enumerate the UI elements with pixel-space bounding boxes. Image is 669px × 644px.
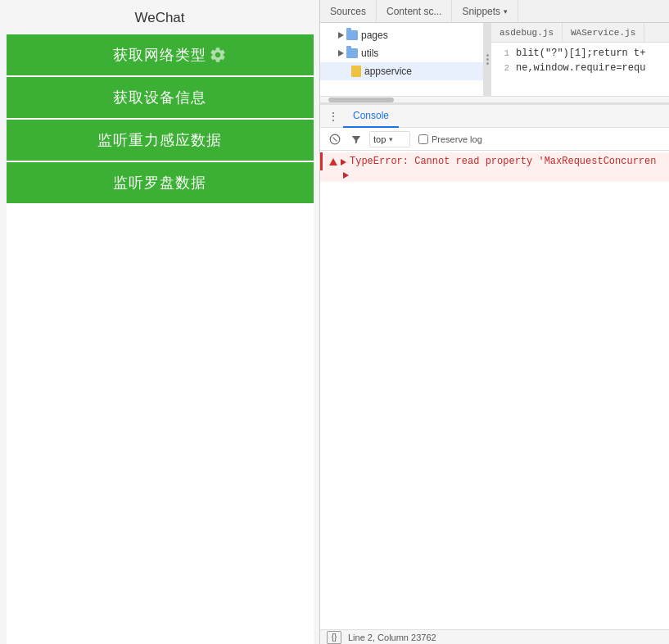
console-messages: TypeError: Cannot read property 'MaxRequ…: [320, 151, 669, 629]
tab-sources[interactable]: Sources: [320, 0, 377, 22]
svg-marker-2: [352, 135, 361, 143]
tab-content-scripts[interactable]: Content sc...: [377, 0, 452, 22]
console-error-message: TypeError: Cannot read property 'MaxRequ…: [320, 152, 669, 170]
horizontal-scrollbar[interactable]: [320, 97, 669, 103]
console-toolbar: top ▾ Preserve log: [320, 128, 669, 151]
context-selector[interactable]: top ▾: [369, 131, 410, 147]
console-tabs-bar: ⋮ Console: [320, 105, 669, 128]
continuation-arrow-icon: [343, 172, 349, 179]
file-icon-appservice: [351, 66, 361, 77]
console-continuation: [320, 170, 669, 182]
devtools-panel: Sources Content sc... Snippets ▾ pages: [319, 0, 669, 644]
folder-icon-pages: [346, 30, 358, 40]
context-chevron-icon: ▾: [389, 135, 393, 143]
file-tree-item-pages[interactable]: pages: [320, 26, 483, 44]
listen-gravity-button[interactable]: 监听重力感应数据: [7, 120, 314, 161]
code-line-2: 2 ne,window.require=requ: [491, 61, 669, 75]
error-text: TypeError: Cannot read property 'MaxRequ…: [350, 156, 662, 167]
file-tree: pages utils appservice: [320, 23, 484, 96]
code-tab-asdebug[interactable]: asdebug.js: [491, 23, 563, 42]
console-more-button[interactable]: ⋮: [323, 107, 343, 126]
file-tree-area: pages utils appservice: [320, 23, 669, 97]
preserve-log-label: Preserve log: [432, 134, 482, 144]
console-area: ⋮ Console top ▾: [320, 103, 669, 644]
code-line-1: 1 blit("?")[1];return t+: [491, 46, 669, 61]
code-file-tabs: asdebug.js WAService.js: [491, 23, 669, 43]
folder-icon-utils: [346, 48, 358, 58]
folder-triangle-pages: [338, 32, 344, 39]
status-bar: {} Line 2, Column 23762: [320, 629, 669, 644]
clear-console-button[interactable]: [327, 131, 343, 147]
snippets-chevron-icon: ▾: [504, 7, 508, 16]
filter-icon: [350, 134, 362, 145]
file-tree-resizer[interactable]: [484, 23, 490, 96]
pretty-print-button[interactable]: {}: [327, 631, 341, 644]
folder-triangle-utils: [338, 50, 344, 57]
wechat-content: 获取网络类型 获取设备信息 监听重力感应数据 监听罗盘数据: [7, 34, 314, 203]
svg-line-1: [333, 137, 337, 141]
preserve-log-checkbox[interactable]: [418, 134, 428, 144]
code-tab-waservice[interactable]: WAService.js: [563, 23, 644, 42]
wechat-body: [7, 203, 314, 644]
file-tree-item-appservice[interactable]: appservice: [320, 62, 483, 80]
sources-tabs-bar: Sources Content sc... Snippets ▾: [320, 0, 669, 23]
console-tab[interactable]: Console: [343, 105, 399, 128]
error-expand-icon[interactable]: [341, 159, 346, 166]
wechat-title: WeChat: [0, 0, 319, 34]
preserve-log-area: Preserve log: [418, 134, 482, 144]
file-tree-item-utils[interactable]: utils: [320, 44, 483, 62]
code-panel: asdebug.js WAService.js 1 blit("?")[1];r…: [490, 23, 669, 96]
get-device-info-button[interactable]: 获取设备信息: [7, 77, 314, 118]
scrollbar-thumb[interactable]: [328, 98, 394, 102]
filter-button[interactable]: [348, 131, 364, 147]
code-lines: 1 blit("?")[1];return t+ 2 ne,window.req…: [491, 43, 669, 79]
line-column-info: Line 2, Column 23762: [348, 633, 436, 642]
wechat-panel: WeChat 获取网络类型 获取设备信息 监听重力感应数据 监听罗盘数据: [0, 0, 319, 644]
error-triangle-icon: [329, 158, 337, 166]
listen-compass-button[interactable]: 监听罗盘数据: [7, 162, 314, 203]
tab-snippets[interactable]: Snippets ▾: [452, 0, 518, 22]
gear-icon: [209, 46, 227, 64]
get-network-type-button[interactable]: 获取网络类型: [7, 34, 314, 75]
clear-icon: [329, 134, 341, 145]
